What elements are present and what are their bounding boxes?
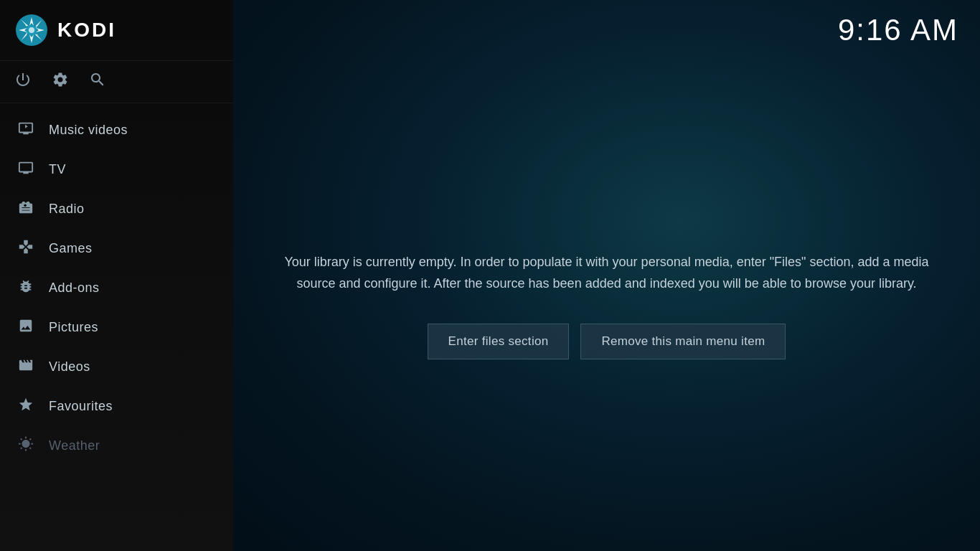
top-bar: 9:16 AM bbox=[233, 0, 980, 60]
sidebar-item-weather[interactable]: Weather bbox=[0, 426, 233, 466]
search-icon[interactable] bbox=[89, 71, 106, 93]
sidebar-item-addons[interactable]: Add-ons bbox=[0, 268, 233, 308]
power-icon[interactable] bbox=[14, 71, 32, 93]
sidebar-item-tv[interactable]: TV bbox=[0, 150, 233, 189]
sidebar-label-weather: Weather bbox=[49, 438, 100, 453]
music-video-icon bbox=[16, 121, 36, 140]
enter-files-section-button[interactable]: Enter files section bbox=[428, 324, 570, 359]
sidebar-label-videos: Videos bbox=[49, 359, 90, 375]
sidebar-label-tv: TV bbox=[49, 162, 66, 177]
sidebar-label-music-videos: Music videos bbox=[49, 123, 128, 138]
sidebar-item-videos[interactable]: Videos bbox=[0, 347, 233, 387]
action-buttons: Enter files section Remove this main men… bbox=[428, 324, 786, 359]
sidebar-item-music-videos[interactable]: Music videos bbox=[0, 110, 233, 150]
sidebar-item-games[interactable]: Games bbox=[0, 229, 233, 268]
remove-menu-item-button[interactable]: Remove this main menu item bbox=[580, 324, 786, 359]
radio-icon bbox=[16, 199, 36, 219]
sidebar: KODI Music videos bbox=[0, 0, 233, 551]
addons-icon bbox=[16, 278, 36, 298]
sidebar-item-radio[interactable]: Radio bbox=[0, 189, 233, 229]
sidebar-controls bbox=[0, 61, 233, 103]
svg-point-10 bbox=[29, 27, 34, 33]
empty-library-message: Your library is currently empty. In orde… bbox=[277, 252, 937, 294]
power-svg bbox=[14, 71, 32, 88]
clock-display: 9:16 AM bbox=[838, 13, 958, 47]
kodi-logo-icon bbox=[14, 13, 49, 47]
sidebar-label-games: Games bbox=[49, 241, 93, 256]
weather-icon bbox=[16, 436, 36, 456]
sidebar-label-pictures: Pictures bbox=[49, 320, 98, 335]
games-icon bbox=[16, 239, 36, 258]
sidebar-item-favourites[interactable]: Favourites bbox=[0, 387, 233, 426]
sidebar-label-radio: Radio bbox=[49, 202, 85, 217]
search-svg bbox=[89, 71, 106, 88]
settings-icon[interactable] bbox=[52, 71, 69, 93]
settings-svg bbox=[52, 71, 69, 88]
sidebar-label-addons: Add-ons bbox=[49, 281, 100, 296]
favourites-icon bbox=[16, 397, 36, 416]
content-area: Your library is currently empty. In orde… bbox=[233, 60, 980, 551]
sidebar-label-favourites: Favourites bbox=[49, 399, 113, 414]
sidebar-header: KODI bbox=[0, 0, 233, 61]
main-content: 9:16 AM Your library is currently empty.… bbox=[233, 0, 980, 551]
sidebar-nav: Music videos TV Radio Games bbox=[0, 103, 233, 551]
pictures-icon bbox=[16, 318, 36, 337]
app-title: KODI bbox=[57, 19, 116, 42]
videos-icon bbox=[16, 357, 36, 377]
tv-icon bbox=[16, 160, 36, 179]
sidebar-item-pictures[interactable]: Pictures bbox=[0, 308, 233, 347]
